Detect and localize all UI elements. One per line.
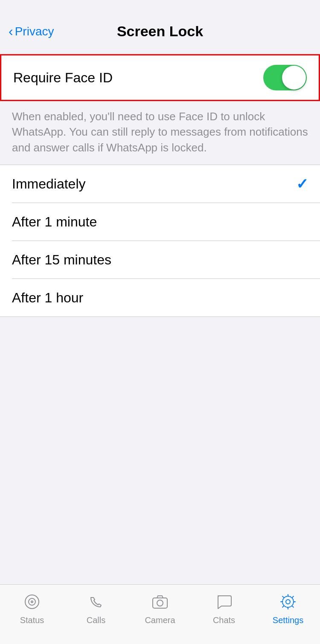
- chats-icon: [213, 591, 235, 613]
- tab-calls[interactable]: Calls: [64, 591, 128, 625]
- tab-chats-label: Chats: [213, 615, 235, 625]
- status-icon: [21, 591, 43, 613]
- option-1min-label: After 1 minute: [12, 214, 97, 230]
- checkmark-immediately: ✓: [296, 175, 308, 192]
- back-label: Privacy: [15, 25, 54, 38]
- face-id-label: Require Face ID: [13, 70, 113, 86]
- svg-point-6: [282, 596, 294, 607]
- option-1hour-label: After 1 hour: [12, 290, 83, 306]
- tab-status-label: Status: [20, 615, 44, 625]
- svg-point-4: [157, 600, 163, 606]
- section-divider-bottom: [0, 316, 320, 317]
- face-id-toggle-row[interactable]: Require Face ID: [1, 55, 319, 100]
- settings-icon: [277, 591, 299, 613]
- toggle-knob: [282, 66, 306, 90]
- face-id-description: When enabled, you'll need to use Face ID…: [0, 101, 320, 165]
- tab-settings[interactable]: Settings: [256, 591, 320, 625]
- lock-timing-section: Immediately ✓ After 1 minute After 15 mi…: [0, 165, 320, 316]
- svg-point-1: [29, 598, 35, 605]
- page-title: Screen Lock: [117, 23, 203, 40]
- tab-status[interactable]: Status: [0, 591, 64, 625]
- svg-point-5: [286, 600, 290, 604]
- option-15min-label: After 15 minutes: [12, 252, 111, 268]
- tab-bar: Status Calls Camera Chats: [0, 584, 320, 644]
- option-immediately[interactable]: Immediately ✓: [0, 165, 320, 203]
- svg-point-0: [25, 595, 39, 609]
- tab-camera-label: Camera: [145, 615, 175, 625]
- option-1min[interactable]: After 1 minute: [0, 203, 320, 241]
- calls-icon: [85, 591, 107, 613]
- camera-icon: [149, 591, 171, 613]
- option-1hour[interactable]: After 1 hour: [0, 279, 320, 316]
- svg-rect-3: [153, 598, 167, 608]
- back-chevron-icon: ‹: [9, 24, 13, 38]
- face-id-toggle[interactable]: [263, 65, 307, 90]
- option-immediately-label: Immediately: [12, 176, 86, 192]
- option-15min[interactable]: After 15 minutes: [0, 241, 320, 278]
- tab-camera[interactable]: Camera: [128, 591, 192, 625]
- svg-point-2: [31, 601, 33, 603]
- tab-chats[interactable]: Chats: [192, 591, 256, 625]
- tab-settings-label: Settings: [273, 615, 303, 625]
- header: ‹ Privacy Screen Lock: [0, 0, 320, 46]
- back-button[interactable]: ‹ Privacy: [9, 25, 54, 38]
- face-id-section: Require Face ID: [0, 54, 320, 101]
- tab-calls-label: Calls: [87, 615, 105, 625]
